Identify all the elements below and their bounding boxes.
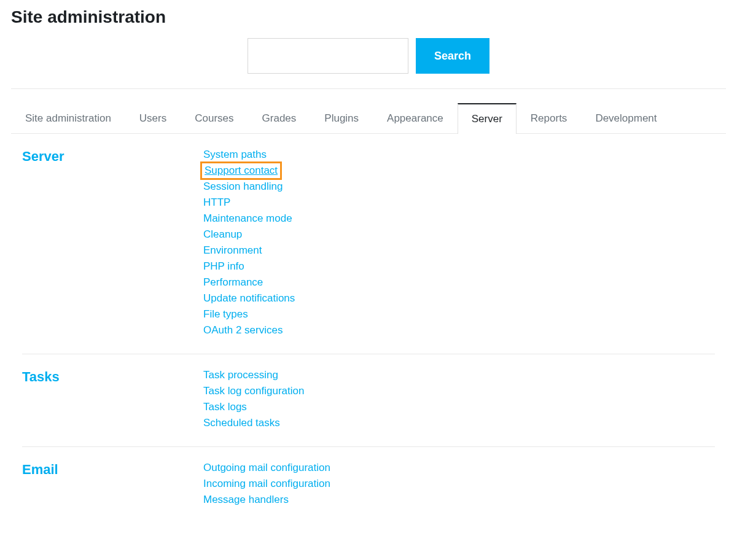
section-links: System pathsSupport contactSession handl… bbox=[203, 149, 295, 336]
tab-appearance[interactable]: Appearance bbox=[373, 103, 458, 134]
section-links: Task processingTask log configurationTas… bbox=[203, 369, 304, 429]
link-system-paths[interactable]: System paths bbox=[203, 149, 267, 161]
link-oauth-2-services[interactable]: OAuth 2 services bbox=[203, 324, 283, 336]
section-heading-server[interactable]: Server bbox=[22, 149, 203, 165]
tab-server[interactable]: Server bbox=[458, 103, 517, 134]
link-task-processing[interactable]: Task processing bbox=[203, 369, 278, 381]
link-support-contact[interactable]: Support contact bbox=[203, 165, 279, 177]
link-message-handlers[interactable]: Message handlers bbox=[203, 494, 289, 506]
search-row: Search bbox=[11, 38, 726, 89]
link-performance[interactable]: Performance bbox=[203, 276, 263, 289]
search-input[interactable] bbox=[248, 38, 408, 74]
tab-users[interactable]: Users bbox=[125, 103, 181, 134]
link-cleanup[interactable]: Cleanup bbox=[203, 228, 242, 241]
link-update-notifications[interactable]: Update notifications bbox=[203, 292, 295, 305]
link-incoming-mail-configuration[interactable]: Incoming mail configuration bbox=[203, 478, 330, 490]
tab-reports[interactable]: Reports bbox=[517, 103, 582, 134]
section-email: EmailOutgoing mail configurationIncoming… bbox=[22, 447, 715, 523]
tab-courses[interactable]: Courses bbox=[181, 103, 248, 134]
section-tasks: TasksTask processingTask log configurati… bbox=[22, 354, 715, 447]
section-server: ServerSystem pathsSupport contactSession… bbox=[22, 134, 715, 354]
section-links: Outgoing mail configurationIncoming mail… bbox=[203, 462, 330, 506]
sections-container: ServerSystem pathsSupport contactSession… bbox=[11, 134, 726, 523]
search-button[interactable]: Search bbox=[416, 38, 489, 74]
page-title: Site administration bbox=[11, 7, 726, 27]
tab-grades[interactable]: Grades bbox=[248, 103, 311, 134]
link-task-log-configuration[interactable]: Task log configuration bbox=[203, 385, 304, 397]
link-environment[interactable]: Environment bbox=[203, 244, 262, 257]
tabs: Site administrationUsersCoursesGradesPlu… bbox=[11, 103, 726, 134]
section-heading-tasks[interactable]: Tasks bbox=[22, 369, 203, 385]
link-maintenance-mode[interactable]: Maintenance mode bbox=[203, 212, 292, 225]
tab-development[interactable]: Development bbox=[581, 103, 671, 134]
link-task-logs[interactable]: Task logs bbox=[203, 401, 247, 413]
link-outgoing-mail-configuration[interactable]: Outgoing mail configuration bbox=[203, 462, 330, 474]
link-scheduled-tasks[interactable]: Scheduled tasks bbox=[203, 417, 280, 429]
link-session-handling[interactable]: Session handling bbox=[203, 181, 283, 193]
tab-site-administration[interactable]: Site administration bbox=[11, 103, 125, 134]
link-http[interactable]: HTTP bbox=[203, 196, 230, 209]
link-file-types[interactable]: File types bbox=[203, 308, 248, 321]
section-heading-email[interactable]: Email bbox=[22, 462, 203, 478]
link-php-info[interactable]: PHP info bbox=[203, 260, 244, 273]
tab-plugins[interactable]: Plugins bbox=[310, 103, 373, 134]
